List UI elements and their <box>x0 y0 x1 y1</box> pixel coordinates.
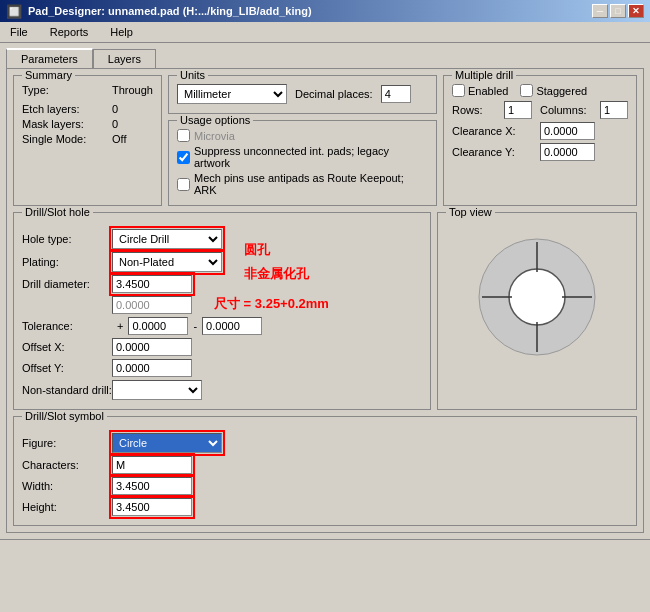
height-label: Height: <box>22 501 112 513</box>
tolerance-input1[interactable] <box>128 317 188 335</box>
mask-label: Mask layers: <box>22 118 112 130</box>
tab-layers[interactable]: Layers <box>93 49 156 68</box>
tab-parameters[interactable]: Parameters <box>6 48 93 68</box>
type-value: Through <box>112 84 153 96</box>
suppress-label: Suppress unconnected int. pads; legacy a… <box>194 145 428 169</box>
hole-type-label: Hole type: <box>22 233 112 245</box>
menu-bar: File Reports Help <box>0 22 650 43</box>
enabled-label: Enabled <box>468 85 508 97</box>
size-annotation: 尺寸 = 3.25+0.2mm <box>214 295 329 313</box>
minimize-button[interactable]: ─ <box>592 4 608 18</box>
offset-y-label: Offset Y: <box>22 362 112 374</box>
menu-reports[interactable]: Reports <box>44 24 95 40</box>
mech-checkbox[interactable] <box>177 178 190 191</box>
etch-label: Etch layers: <box>22 103 112 115</box>
columns-input[interactable] <box>600 101 628 119</box>
drill-symbol-box: Drill/Slot symbol Figure: Circle Charact… <box>13 416 637 526</box>
circle-annotation: 圆孔 <box>244 241 270 259</box>
type-label: Type: <box>22 84 112 96</box>
hole-type-select[interactable]: Circle Drill <box>112 229 222 249</box>
diameter-label: Drill diameter: <box>22 278 112 290</box>
tab-bar: Parameters Layers <box>6 49 644 68</box>
main-content: Parameters Layers Summary Type: Through … <box>0 43 650 539</box>
title-bar: 🔲 Pad_Designer: unnamed.pad (H:.../king_… <box>0 0 650 22</box>
decimal-label: Decimal places: <box>295 88 373 100</box>
tab-content-parameters: Summary Type: Through Etch layers: 0 Mas… <box>6 68 644 533</box>
suppress-checkbox[interactable] <box>177 151 190 164</box>
status-bar <box>0 539 650 557</box>
staggered-checkbox[interactable] <box>520 84 533 97</box>
height-input[interactable] <box>112 498 192 516</box>
summary-label: Summary <box>22 69 75 81</box>
microvia-label: Microvia <box>194 130 235 142</box>
menu-help[interactable]: Help <box>104 24 139 40</box>
plus-sign: + <box>117 320 123 332</box>
microvia-checkbox[interactable] <box>177 129 190 142</box>
plating-label: Plating: <box>22 256 112 268</box>
tolerance-dash: - <box>193 320 197 332</box>
clearance-y-label: Clearance Y: <box>452 146 540 158</box>
drill-label: Drill/Slot hole <box>22 206 93 218</box>
figure-label: Figure: <box>22 437 112 449</box>
unit-select[interactable]: Millimeter <box>177 84 287 104</box>
close-button[interactable]: ✕ <box>628 4 644 18</box>
nonstandard-label: Non-standard drill: <box>22 384 112 396</box>
tolerance-label: Tolerance: <box>22 320 112 332</box>
rows-input[interactable] <box>504 101 532 119</box>
columns-label: Columns: <box>540 104 600 116</box>
multidrill-label: Multiple drill <box>452 69 516 81</box>
rows-label: Rows: <box>452 104 504 116</box>
usage-label: Usage options <box>177 114 253 126</box>
multidrill-box: Multiple drill Enabled Staggered Rows: C… <box>443 75 637 206</box>
topview-label: Top view <box>446 206 495 218</box>
tolerance-input2[interactable] <box>202 317 262 335</box>
offset-x-input[interactable] <box>112 338 192 356</box>
staggered-label: Staggered <box>536 85 587 97</box>
menu-file[interactable]: File <box>4 24 34 40</box>
drill-symbol-label: Drill/Slot symbol <box>22 410 107 422</box>
offset-x-label: Offset X: <box>22 341 112 353</box>
characters-label: Characters: <box>22 459 112 471</box>
nonstandard-select[interactable] <box>112 380 202 400</box>
svg-point-1 <box>509 269 565 325</box>
width-input[interactable] <box>112 477 192 495</box>
maximize-button[interactable]: □ <box>610 4 626 18</box>
clearance-x-label: Clearance X: <box>452 125 540 137</box>
summary-box: Summary Type: Through Etch layers: 0 Mas… <box>13 75 162 206</box>
characters-input[interactable] <box>112 456 192 474</box>
plating-select[interactable]: Non-Plated <box>112 252 222 272</box>
single-label: Single Mode: <box>22 133 112 145</box>
width-label: Width: <box>22 480 112 492</box>
clearance-x-input[interactable] <box>540 122 595 140</box>
nonmetal-annotation: 非金属化孔 <box>244 265 309 283</box>
diameter-input[interactable] <box>112 275 192 293</box>
mech-label: Mech pins use antipads as Route Keepout;… <box>194 172 428 196</box>
topview-canvas <box>447 227 627 367</box>
single-value: Off <box>112 133 126 145</box>
enabled-checkbox[interactable] <box>452 84 465 97</box>
decimal-input[interactable] <box>381 85 411 103</box>
clearance-y-input[interactable] <box>540 143 595 161</box>
usage-box: Usage options Microvia Suppress unconnec… <box>168 120 437 206</box>
window-controls: ─ □ ✕ <box>592 4 644 18</box>
units-box: Units Millimeter Decimal places: <box>168 75 437 114</box>
diameter-input2[interactable] <box>112 296 192 314</box>
figure-select[interactable]: Circle <box>112 433 222 453</box>
window-title: Pad_Designer: unnamed.pad (H:.../king_LI… <box>28 5 312 17</box>
mask-value: 0 <box>112 118 118 130</box>
topview-box: Top view <box>437 212 637 410</box>
units-label: Units <box>177 69 208 81</box>
etch-value: 0 <box>112 103 118 115</box>
drill-box: Drill/Slot hole Hole type: Circle Drill … <box>13 212 431 410</box>
offset-y-input[interactable] <box>112 359 192 377</box>
